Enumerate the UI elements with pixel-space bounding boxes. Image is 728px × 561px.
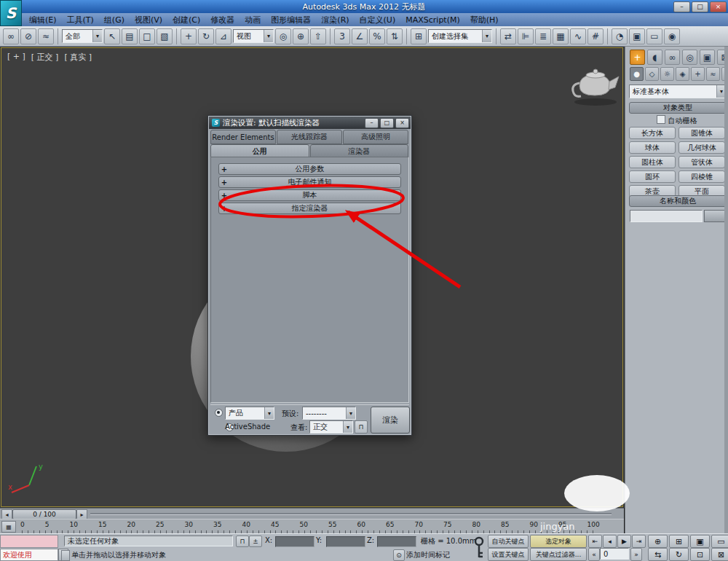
- category-spacewarps-icon[interactable]: ≈: [706, 67, 720, 81]
- menu-item[interactable]: 自定义(U): [360, 15, 396, 26]
- menu-item[interactable]: 组(G): [104, 15, 124, 26]
- viewport-menu-shading[interactable]: [ 真实 ]: [64, 52, 92, 63]
- rollout-email-notifications[interactable]: + 电子邮件通知: [218, 176, 401, 188]
- zoom-extents-button[interactable]: ▣: [690, 535, 710, 548]
- dialog-close-button[interactable]: ×: [395, 118, 409, 128]
- align-icon[interactable]: ⊫: [518, 28, 534, 44]
- select-object-icon[interactable]: ↖: [104, 28, 120, 44]
- select-by-name-icon[interactable]: ▤: [122, 28, 138, 44]
- panel-tab-create-icon[interactable]: +: [630, 50, 645, 65]
- object-type-rollout[interactable]: 对象类型: [629, 102, 727, 114]
- rendered-frame-icon[interactable]: ▭: [646, 28, 662, 44]
- graphite-ribbon-icon[interactable]: ▦: [553, 28, 569, 44]
- play-button[interactable]: ▶: [617, 535, 631, 548]
- use-pivot-center-icon[interactable]: ◎: [275, 28, 291, 44]
- absolute-offset-toggle-icon[interactable]: ±: [249, 536, 262, 547]
- pan-button[interactable]: ⇆: [648, 548, 668, 561]
- previous-key-button[interactable]: «: [588, 548, 600, 561]
- previous-frame-button[interactable]: ◂: [603, 535, 617, 548]
- material-editor-icon[interactable]: ◔: [612, 28, 628, 44]
- keyboard-override-icon[interactable]: ⇧: [310, 28, 326, 44]
- button-geosphere[interactable]: 几何球体: [678, 141, 725, 154]
- tab-render-elements[interactable]: Render Elements: [210, 130, 276, 144]
- object-name-field[interactable]: [630, 210, 703, 222]
- go-to-start-button[interactable]: ⇤: [588, 535, 602, 548]
- curve-editor-icon[interactable]: ∿: [570, 28, 586, 44]
- maxscript-mini-listener[interactable]: 欢迎使用: [0, 549, 58, 561]
- render-setup-dialog[interactable]: S 渲染设置: 默认扫描线渲染器 –□× Render Elements光线跟踪…: [207, 115, 412, 436]
- button-cone[interactable]: 圆锥体: [678, 127, 725, 139]
- x-coordinate-field[interactable]: [275, 536, 314, 547]
- close-button[interactable]: ×: [710, 1, 727, 12]
- track-bar[interactable]: ▦ 05101520253035404550556065707580859095…: [0, 519, 624, 533]
- orbit-button[interactable]: ↻: [669, 548, 689, 561]
- minimize-button[interactable]: –: [673, 1, 690, 12]
- category-geometry-icon[interactable]: ●: [630, 67, 644, 81]
- menu-item[interactable]: MAXScript(M): [405, 15, 460, 25]
- z-coordinate-field[interactable]: [377, 536, 416, 547]
- set-key-button[interactable]: 设置关键点: [488, 548, 529, 561]
- menu-item[interactable]: 动画: [245, 15, 261, 26]
- bind-to-spacewarp-icon[interactable]: ≈: [38, 28, 54, 44]
- preset-dropdown[interactable]: --------: [302, 407, 356, 420]
- zoom-region-button[interactable]: ▭: [711, 535, 728, 548]
- tab-advanced-lighting[interactable]: 高级照明: [343, 130, 408, 144]
- tab-raytracer[interactable]: 光线跟踪器: [277, 130, 342, 144]
- go-to-end-button[interactable]: ⇥: [632, 535, 646, 548]
- menu-item[interactable]: 工具(T): [67, 15, 94, 26]
- key-filters-button[interactable]: 关键点过滤器...: [530, 548, 587, 561]
- edit-named-sets-icon[interactable]: ⊞: [411, 28, 427, 44]
- viewport-select-dropdown[interactable]: 正交: [309, 420, 353, 434]
- menu-item[interactable]: 图形编辑器: [271, 15, 311, 26]
- next-key-button[interactable]: »: [630, 548, 642, 561]
- button-box[interactable]: 长方体: [629, 127, 676, 139]
- schematic-view-icon[interactable]: #: [587, 28, 604, 44]
- button-pyramid[interactable]: 四棱锥: [678, 170, 725, 183]
- dialog-maximize-button[interactable]: □: [380, 118, 394, 128]
- select-and-link-icon[interactable]: ∞: [3, 28, 19, 44]
- menu-item[interactable]: 修改器: [210, 15, 234, 26]
- reference-coordinate-dropdown[interactable]: 视图: [233, 29, 274, 43]
- unlink-selection-icon[interactable]: ⊘: [20, 28, 36, 44]
- next-frame-arrow[interactable]: ▸: [76, 509, 87, 519]
- menu-item[interactable]: 帮助(H): [470, 15, 499, 26]
- menu-item[interactable]: 视图(V): [135, 15, 162, 26]
- snap-toggle-3d-icon[interactable]: 3: [334, 28, 350, 44]
- viewport-lock-icon[interactable]: ⊓: [355, 420, 368, 434]
- selection-lock-icon[interactable]: ⊓: [236, 536, 249, 547]
- production-radio[interactable]: [215, 409, 223, 417]
- panel-tab-display-icon[interactable]: ▣: [700, 50, 715, 65]
- dialog-minimize-button[interactable]: –: [365, 118, 379, 128]
- name-and-color-rollout[interactable]: 名称和颜色: [629, 195, 727, 207]
- set-keys-key-icon[interactable]: [473, 536, 485, 560]
- macro-recorder-pane[interactable]: [0, 535, 58, 548]
- add-time-tag[interactable]: 添加时间标记: [406, 550, 450, 560]
- render-button[interactable]: 渲染: [371, 407, 410, 434]
- time-slider-handle[interactable]: 0 / 100: [12, 509, 76, 519]
- time-slider-groove[interactable]: [90, 513, 612, 515]
- current-frame-field[interactable]: 0: [600, 548, 629, 560]
- button-sphere[interactable]: 球体: [629, 141, 676, 154]
- select-manipulate-icon[interactable]: ⊕: [293, 28, 309, 44]
- panel-tab-hierarchy-icon[interactable]: ∞: [665, 50, 680, 65]
- category-cameras-icon[interactable]: ◈: [676, 67, 689, 81]
- primitive-class-dropdown[interactable]: 标准基本体: [629, 85, 727, 98]
- rollout-scripts[interactable]: + 脚本: [218, 189, 401, 201]
- category-shapes-icon[interactable]: ◇: [645, 67, 659, 81]
- zoom-button[interactable]: ⊕: [648, 535, 668, 548]
- menu-item[interactable]: 创建(C): [173, 15, 200, 26]
- field-of-view-button[interactable]: ⊠: [711, 548, 728, 561]
- angle-snap-icon[interactable]: ∠: [352, 28, 368, 44]
- viewport-menu-general[interactable]: [ + ]: [7, 52, 25, 63]
- select-rotate-icon[interactable]: ↻: [198, 28, 214, 44]
- menu-item[interactable]: 编辑(E): [29, 15, 57, 26]
- y-coordinate-field[interactable]: [326, 536, 365, 547]
- panel-tab-motion-icon[interactable]: ◎: [682, 50, 697, 65]
- auto-key-button[interactable]: 自动关键点: [488, 535, 529, 548]
- viewport-menu-pov[interactable]: [ 正交 ]: [31, 52, 59, 63]
- autogrid-checkbox[interactable]: [657, 115, 665, 124]
- menu-item[interactable]: 渲染(R): [321, 15, 349, 26]
- zoom-all-button[interactable]: ⊞: [669, 535, 689, 548]
- maximize-viewport-button[interactable]: ⊡: [690, 548, 710, 561]
- category-lights-icon[interactable]: ☼: [660, 67, 674, 81]
